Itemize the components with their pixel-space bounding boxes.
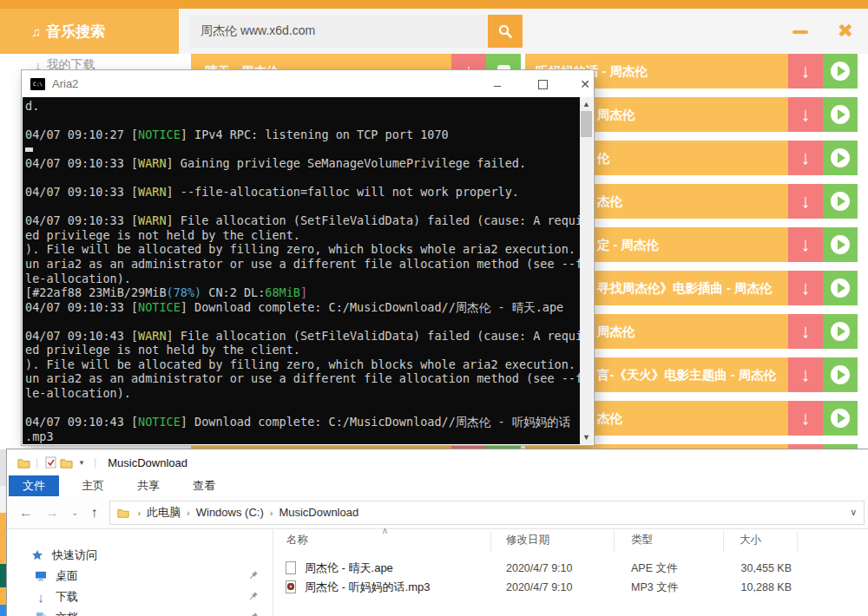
play-button[interactable]	[823, 54, 858, 88]
breadcrumb-item[interactable]: 此电脑	[147, 505, 181, 521]
console-text: ] --file-allocation=falloc will not work…	[167, 185, 519, 199]
console-text: le-allocation).	[25, 272, 131, 285]
console-text: ] Download complete: C:/MusicDownload//周…	[181, 415, 570, 429]
pin-icon	[248, 612, 259, 616]
download-arrow-icon: ↓	[801, 277, 811, 299]
up-icon[interactable]: ↑	[90, 505, 97, 521]
play-button[interactable]	[823, 314, 858, 349]
console-text: d.	[25, 99, 39, 113]
search-button[interactable]	[488, 15, 523, 48]
console-text: 04/07 09:10:43 [	[25, 329, 138, 343]
scrollbar-thumb[interactable]	[581, 111, 592, 137]
console-text: 04/07 09:10:43 [	[25, 415, 138, 429]
file-row[interactable]: 周杰伦 - 晴天.ape2020/4/7 9:10APE 文件30,455 KB	[273, 559, 846, 578]
aria2-maximize-button[interactable]	[529, 75, 556, 93]
sidebar-item-label: 文档	[56, 610, 78, 616]
download-arrow-icon: ↓	[801, 364, 811, 386]
column-header-3[interactable]: 大小	[740, 533, 761, 547]
play-button[interactable]	[823, 357, 858, 392]
scroll-up-icon[interactable]: ▲	[580, 97, 593, 111]
column-header-0[interactable]: 名称	[286, 533, 308, 547]
play-icon	[831, 409, 850, 428]
console-text: le-allocation).	[25, 386, 131, 400]
ribbon-tabs: 文件主页共享查看	[7, 475, 868, 496]
breadcrumb-item[interactable]: Windows (C:)	[196, 506, 264, 519]
tab-共享[interactable]: 共享	[127, 475, 170, 496]
play-button[interactable]	[823, 401, 858, 436]
play-icon	[831, 279, 850, 298]
play-button[interactable]	[823, 141, 858, 175]
back-icon[interactable]: ←	[19, 505, 33, 521]
download-button[interactable]: ↓	[788, 357, 823, 392]
properties-quick-icon[interactable]	[43, 455, 58, 470]
tab-主页[interactable]: 主页	[71, 475, 115, 496]
console-text: 04/07 09:10:33 [	[25, 300, 138, 314]
download-button[interactable]: ↓	[788, 184, 823, 219]
aria2-minimize-button[interactable]: –	[484, 75, 510, 93]
app-minimize-button[interactable]	[786, 21, 815, 43]
download-arrow-icon: ↓	[801, 147, 811, 169]
console-text: ). File will be allocated by filling zer…	[25, 242, 580, 256]
explorer-sidebar: 快速访问桌面↓下载文档	[7, 529, 266, 616]
play-button[interactable]	[823, 97, 858, 132]
sidebar-item-desktop[interactable]: 桌面	[33, 567, 264, 585]
aria2-close-button[interactable]: ✕	[572, 75, 598, 93]
download-button[interactable]: ↓	[788, 141, 823, 175]
download-button[interactable]: ↓	[788, 401, 823, 436]
console-text: ] File allocation (SetFileValidData) fai…	[167, 213, 580, 227]
download-button[interactable]: ↓	[788, 227, 823, 262]
console-text: .mp3	[25, 429, 54, 443]
file-icon	[286, 561, 296, 574]
play-icon	[831, 148, 850, 167]
play-icon	[831, 192, 850, 211]
pin-icon	[248, 570, 259, 583]
console-text: WARN	[138, 329, 167, 343]
file-row[interactable]: 周杰伦 - 听妈妈的话.mp32020/4/7 9:10MP3 文件10,288…	[273, 578, 846, 597]
sidebar-item-document[interactable]: 文档	[33, 609, 264, 616]
download-button[interactable]: ↓	[788, 97, 823, 132]
sidebar-item-star[interactable]: 快速访问	[30, 547, 260, 564]
audio-file-icon	[286, 580, 296, 593]
music-app-header: ♫ 音乐搜索 ✖	[0, 9, 868, 54]
address-bar[interactable]: ›此电脑›Windows (C:)›MusicDownload ∨	[109, 501, 865, 525]
app-close-button[interactable]: ✖	[830, 17, 861, 45]
qat-customize-icon[interactable]: ▾	[74, 455, 89, 470]
breadcrumb-item[interactable]: MusicDownload	[279, 506, 358, 519]
console-text: NOTICE	[138, 415, 181, 429]
search-input[interactable]	[190, 15, 488, 48]
download-button[interactable]: ↓	[788, 54, 823, 88]
console-scrollbar[interactable]: ▲ ▼	[580, 97, 593, 444]
console-cursor	[25, 147, 33, 152]
recent-locations-icon[interactable]: ⌄	[71, 508, 78, 517]
file-name: 周杰伦 - 听妈妈的话.mp3	[305, 578, 430, 597]
console-text: NOTICE	[138, 300, 181, 314]
pin-icon	[248, 591, 259, 604]
breadcrumb-separator: ›	[137, 508, 141, 518]
address-dropdown-icon[interactable]: ∨	[850, 507, 857, 518]
sidebar-item-label: 桌面	[56, 568, 78, 584]
play-icon	[831, 105, 850, 124]
forward-icon[interactable]: →	[45, 505, 59, 521]
music-note-icon: ♫	[31, 24, 41, 39]
scroll-down-icon[interactable]: ▼	[580, 430, 593, 444]
breadcrumb-separator: ›	[270, 508, 273, 518]
sidebar-item-download[interactable]: ↓下载	[33, 588, 264, 606]
explorer-window-icon	[16, 455, 31, 470]
play-button[interactable]	[823, 271, 858, 305]
console-text: [#22af88 23MiB/29MiB	[25, 285, 167, 299]
column-header-2[interactable]: 类型	[631, 533, 653, 547]
console-text: 04/07 09:10:33 [	[25, 185, 138, 199]
column-header-1[interactable]: 修改日期	[506, 533, 549, 547]
console-text: NOTICE	[138, 128, 181, 141]
download-button[interactable]: ↓	[788, 271, 823, 305]
new-folder-quick-icon[interactable]	[58, 455, 74, 470]
play-button[interactable]	[823, 227, 858, 262]
console-text: un aria2 as an administrator or use a di…	[25, 371, 580, 385]
console-text: WARN	[138, 185, 167, 199]
sidebar-item-label: 快速访问	[52, 547, 97, 563]
file-size: 30,455 KB	[690, 559, 792, 578]
download-button[interactable]: ↓	[788, 314, 823, 349]
tab-查看[interactable]: 查看	[182, 475, 226, 496]
tab-文件[interactable]: 文件	[9, 475, 59, 496]
play-button[interactable]	[823, 184, 858, 219]
